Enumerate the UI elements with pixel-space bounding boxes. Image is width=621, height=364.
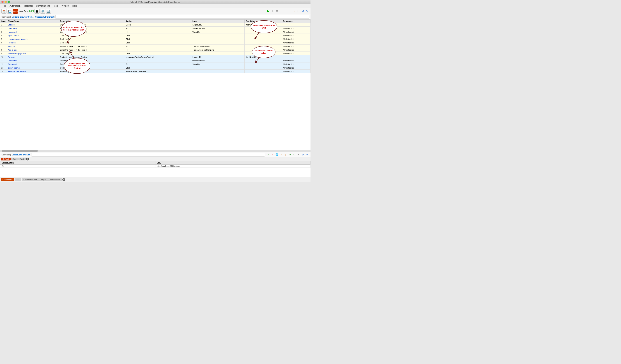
- device-button[interactable]: 📱: [34, 9, 39, 14]
- action: Click: [125, 34, 191, 37]
- table-row[interactable]: 7 Amount Enter the value [] in the Field…: [0, 45, 310, 48]
- table-row[interactable]: 14 ReceivedTransaction Assert if [] is v…: [0, 70, 310, 73]
- page-tab-globaldata[interactable]: GlobalData: [1, 178, 14, 181]
- menu-window[interactable]: Window: [60, 4, 71, 8]
- scrollbar-thumb[interactable]: [2, 150, 38, 152]
- condition: [244, 48, 282, 52]
- description: Click the []: [59, 66, 125, 70]
- debug-button[interactable]: ✳: [275, 9, 279, 13]
- save-red-button[interactable]: SAVE: [13, 9, 18, 14]
- title-bar: Tutorial - INGenious Playwright Studio 2…: [0, 0, 310, 4]
- bottom-tab-default[interactable]: Default: [1, 158, 11, 160]
- table-row[interactable]: 2 Username Enter the value [] in the Fie…: [0, 27, 310, 30]
- menu-bar: File Automation Test Data Configurations…: [0, 4, 310, 8]
- menu-configurations[interactable]: Configurations: [35, 4, 52, 8]
- cut-button[interactable]: ✂: [296, 9, 300, 13]
- page-tab-login[interactable]: Login: [39, 178, 48, 181]
- reference: Myfirstscript: [282, 30, 310, 34]
- refresh-button[interactable]: 🔄: [46, 9, 51, 14]
- condition: [244, 37, 282, 41]
- object-name: Browser: [7, 23, 59, 27]
- bottom-search-prefix: Search in [: [1, 154, 11, 156]
- bottom-add-button[interactable]: +: [266, 153, 270, 157]
- bottom-tab-add[interactable]: +: [26, 158, 29, 160]
- description: Enter the value [] in the Field []: [59, 48, 125, 52]
- step-num: 2: [0, 27, 7, 30]
- page-tab-add[interactable]: +: [62, 178, 65, 181]
- step-num: 9: [0, 52, 7, 55]
- menu-tools[interactable]: Tools: [52, 4, 60, 8]
- menu-help[interactable]: Help: [71, 4, 78, 8]
- bottom-export-button[interactable]: ✎: [305, 153, 309, 157]
- bottom-search-suffix: ]: [30, 154, 31, 156]
- bottom-refresh1-button[interactable]: ↺: [288, 153, 292, 157]
- down-button[interactable]: ↓: [292, 9, 296, 13]
- bottom-tabs-bar: Default Dev Test +: [0, 157, 310, 161]
- input: [191, 34, 244, 37]
- table-row[interactable]: 4 signin-submit Click the [] Click Myfir…: [0, 34, 310, 37]
- menu-automation[interactable]: Automation: [8, 4, 22, 8]
- bottom-cut-button[interactable]: ✂: [296, 153, 300, 157]
- menu-testdata[interactable]: Test Data: [22, 4, 34, 8]
- table-row[interactable]: 3 Password Enter the value [] in the Fie…: [0, 30, 310, 34]
- bottom-tab-test[interactable]: Test: [18, 158, 26, 160]
- export-button[interactable]: ✎: [305, 9, 309, 13]
- bottom-remove-button[interactable]: −: [271, 153, 275, 157]
- condition: [244, 66, 282, 70]
- input: [191, 37, 244, 41]
- reference: Myfirstscript: [282, 63, 310, 66]
- remove-row-button[interactable]: −: [284, 9, 288, 13]
- table-row[interactable]: 10 Browser Switch to new Browser Context…: [0, 55, 310, 59]
- up-button[interactable]: ↑: [288, 9, 292, 13]
- bottom-import-button[interactable]: ⇄: [301, 153, 305, 157]
- reference: Myfirstscript: [282, 66, 310, 70]
- col-action: Action: [125, 19, 191, 23]
- table-row[interactable]: 12 Password Enter the value [] in the Fi…: [0, 63, 310, 66]
- save-button[interactable]: 💾: [7, 9, 12, 14]
- bottom-globe-button[interactable]: 🌐: [275, 153, 279, 157]
- window-title: Tutorial - INGenious Playwright Studio 2…: [130, 1, 180, 3]
- window-controls[interactable]: [1, 1, 10, 3]
- table-row[interactable]: 5 nav-top-new-transaction Click the [] C…: [0, 37, 310, 41]
- minimize-button[interactable]: [4, 1, 7, 3]
- search-prefix: Search in [: [1, 16, 11, 18]
- table-row[interactable]: 8 Add a note Enter the value [] in the F…: [0, 48, 310, 52]
- page-tab-transaction[interactable]: Transaction: [48, 178, 62, 181]
- settings-button[interactable]: ⚙️: [40, 9, 45, 14]
- bottom-tab-dev[interactable]: Dev: [11, 158, 18, 160]
- close-button[interactable]: [1, 1, 4, 3]
- page-tab-api[interactable]: API: [15, 178, 21, 181]
- play-button[interactable]: ▶: [266, 9, 270, 13]
- condition: #default: [244, 23, 282, 27]
- bottom-refresh2-button[interactable]: ↻: [292, 153, 296, 157]
- bottom-down-button[interactable]: ↓: [284, 153, 288, 157]
- bottom-search-input[interactable]: [31, 153, 265, 157]
- search-bar: Search in [ Multiple Browser Con... - Su…: [0, 14, 310, 19]
- reference: Myfirstscript: [282, 48, 310, 52]
- home-button[interactable]: 🏠: [1, 9, 6, 14]
- table-row[interactable]: 1 Browser Open the Url [] in the Browser…: [0, 23, 310, 27]
- table-row[interactable]: 13 signin-submit Click the [] Click Myfi…: [0, 66, 310, 70]
- page-tabs-bar: GlobalData API ConnectedFlow Login Trans…: [0, 177, 310, 182]
- search-input[interactable]: [55, 15, 309, 19]
- stop-button[interactable]: ⏺: [271, 9, 275, 13]
- condition: [244, 45, 282, 48]
- import-button[interactable]: ⇄: [301, 9, 305, 13]
- maximize-button[interactable]: [8, 1, 10, 3]
- action: Fill: [125, 27, 191, 30]
- autosave-toggle[interactable]: ON: [29, 10, 34, 12]
- action: Click: [125, 41, 191, 45]
- horizontal-scrollbar[interactable]: [0, 150, 310, 152]
- add-row-button[interactable]: +: [279, 9, 283, 13]
- table-row[interactable]: 9 transaction-payment Click the [] Click…: [0, 52, 310, 55]
- bottom-toolbar-right: + − 🌐 ↑ ↓ ↺ ↻ ✂ ⇄ ✎: [266, 153, 309, 157]
- description: Assert if [] is visible: [59, 70, 125, 73]
- condition: [244, 63, 282, 66]
- table-row[interactable]: 11 Username Enter the value [] in the Fi…: [0, 59, 310, 63]
- menu-file[interactable]: File: [1, 4, 8, 8]
- table-row[interactable]: 6 Recipient Click the [] Click Myfirstsc…: [0, 41, 310, 45]
- action: Click: [125, 66, 191, 70]
- bottom-up-button[interactable]: ↑: [279, 153, 283, 157]
- table-row[interactable]: #1 http://localhost:3000/signin: [0, 165, 310, 168]
- page-tab-connectedflow[interactable]: ConnectedFlow: [22, 178, 39, 181]
